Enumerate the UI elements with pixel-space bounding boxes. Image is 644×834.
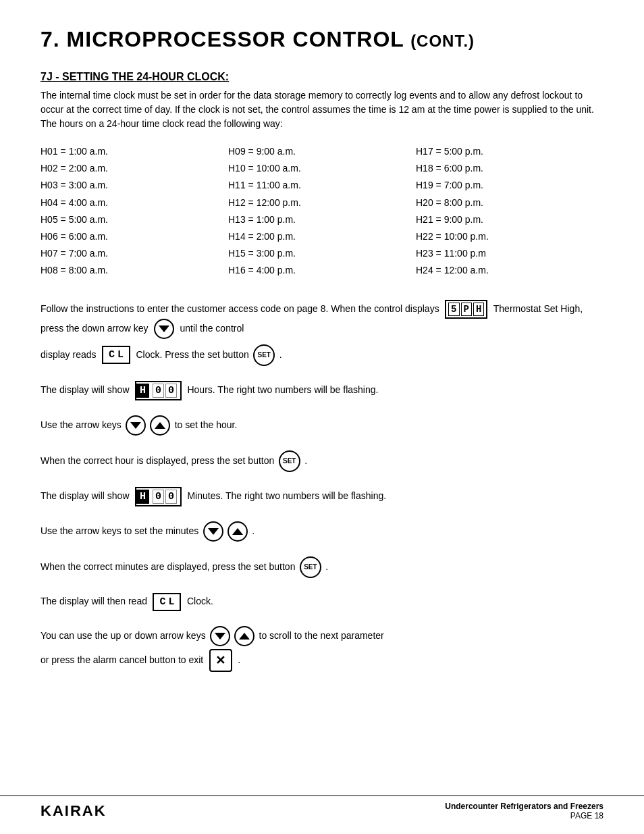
instruction-para-9: The display will then read C L Clock.: [41, 593, 603, 611]
page: 7. MICROPROCESSOR CONTROL (CONT.) 7J - S…: [0, 0, 644, 834]
arrow-down-shape-4: [215, 633, 225, 640]
list-item: H08 = 8:00 a.m.: [41, 262, 228, 279]
instruction-para-1: Follow the instructions to enter the cus…: [41, 300, 603, 339]
list-item: H16 = 4:00 p.m.: [228, 262, 416, 279]
arrow-pair-2: [202, 521, 249, 542]
list-item: H17 = 5:00 p.m.: [416, 143, 603, 160]
arrow-up-shape-1: [155, 422, 165, 429]
list-item: H13 = 1:00 p.m.: [228, 211, 416, 228]
hoo-0-char2: 0: [165, 384, 177, 398]
cl-l-char: L: [117, 349, 124, 361]
down-arrow-icon[interactable]: [154, 319, 174, 339]
list-item: H22 = 10:00 p.m.: [416, 228, 603, 245]
cl2-c-char: C: [159, 596, 165, 608]
para6-before: The display will show: [41, 490, 130, 501]
arrow-pair-3: [209, 626, 256, 646]
arrow-down-shape: [159, 325, 169, 332]
arrow-up-shape-3: [239, 633, 250, 640]
para3-after: Hours. The right two numbers will be fla…: [187, 384, 378, 395]
para1-after: until the control: [180, 323, 244, 334]
sph-s-char: 5: [448, 303, 459, 316]
time-col-2: H09 = 9:00 a.m. H10 = 10:00 a.m. H11 = 1…: [228, 143, 416, 280]
list-item: H06 = 6:00 a.m.: [41, 228, 228, 245]
set-button-label-2: SET: [283, 457, 296, 465]
list-item: H24 = 12:00 a.m.: [416, 262, 603, 279]
instruction-para-6: The display will show H 0 0 Minutes. The…: [41, 487, 603, 506]
para9-after: Clock.: [187, 596, 213, 606]
para4-before: Use the arrow keys: [41, 419, 122, 430]
para10-before: You can use the up or down arrow keys: [41, 630, 206, 641]
para7-after: .: [252, 525, 254, 536]
para8-after: .: [325, 561, 328, 572]
hoo-0-m1: 0: [153, 490, 164, 504]
up-arrow-btn-3[interactable]: [234, 626, 254, 646]
list-item: H19 = 7:00 p.m.: [416, 177, 603, 194]
sph-display: 5 P H: [445, 300, 487, 319]
para4-after: to set the hour.: [175, 419, 238, 430]
instruction-para-11: or press the alarm cancel button to exit…: [41, 649, 603, 672]
footer-page: PAGE 18: [445, 811, 603, 820]
time-col-3: H17 = 5:00 p.m. H18 = 6:00 p.m. H19 = 7:…: [416, 143, 603, 280]
set-button-2[interactable]: SET: [279, 450, 300, 472]
sph-p-char: P: [461, 303, 472, 316]
instruction-para-2: display reads C L Clock. Press the set b…: [41, 344, 603, 366]
page-footer: KAIRAK Undercounter Refrigerators and Fr…: [0, 796, 644, 820]
para11-after: .: [238, 654, 240, 665]
hoo-display-hours: H 0 0: [135, 381, 182, 400]
up-arrow-btn-1[interactable]: [150, 415, 170, 436]
list-item: H05 = 5:00 a.m.: [41, 211, 228, 228]
down-arrow-btn-3[interactable]: [203, 521, 223, 542]
hoo-right-chars: 0 0: [149, 382, 180, 399]
hoo-h-char: H: [136, 384, 149, 398]
para1-before: Follow the instructions to enter the cus…: [41, 303, 439, 314]
x-mark-icon: ✕: [215, 653, 225, 668]
instruction-para-7: Use the arrow keys to set the minutes .: [41, 521, 603, 542]
para3-before: The display will show: [41, 384, 130, 395]
title-cont: (CONT.): [410, 32, 475, 50]
list-item: H09 = 9:00 a.m.: [228, 143, 416, 160]
alarm-cancel-button[interactable]: ✕: [209, 649, 232, 672]
para5-after: .: [304, 455, 307, 466]
list-item: H01 = 1:00 a.m.: [41, 143, 228, 160]
title-text: 7. MICROPROCESSOR CONTROL: [41, 27, 404, 51]
para11-before: or press the alarm cancel button to exit: [41, 654, 203, 665]
instruction-para-5: When the correct hour is displayed, pres…: [41, 450, 603, 472]
para8-before: When the correct minutes are displayed, …: [41, 561, 295, 572]
set-button[interactable]: SET: [253, 344, 275, 366]
arrow-down-shape-3: [208, 528, 219, 535]
set-button-3[interactable]: SET: [300, 556, 321, 578]
brand-logo: KAIRAK: [41, 802, 107, 820]
para2-before: display reads: [41, 349, 97, 360]
cl-display: C L: [102, 346, 130, 364]
para9-before: The display will then read: [41, 596, 147, 606]
list-item: H11 = 11:00 a.m.: [228, 177, 416, 194]
list-item: H10 = 10:00 a.m.: [228, 160, 416, 177]
up-arrow-btn-2[interactable]: [227, 521, 248, 542]
list-item: H15 = 3:00 p.m.: [228, 245, 416, 262]
list-item: H12 = 12:00 p.m.: [228, 194, 416, 211]
arrow-pair-1: [124, 415, 171, 436]
arrow-down-shape-2: [130, 422, 141, 429]
instruction-para-4: Use the arrow keys to set the hour.: [41, 415, 603, 436]
para2-after: Clock. Press the set button: [136, 349, 248, 360]
list-item: H07 = 7:00 a.m.: [41, 245, 228, 262]
para5-before: When the correct hour is displayed, pres…: [41, 455, 274, 466]
arrow-up-shape-2: [232, 528, 243, 535]
section-heading: 7J - SETTING THE 24-HOUR CLOCK:: [41, 71, 603, 83]
down-arrow-btn-4[interactable]: [210, 626, 230, 646]
cl2-l-char: L: [168, 596, 174, 608]
list-item: H02 = 2:00 a.m.: [41, 160, 228, 177]
hoo-0-m2: 0: [165, 490, 177, 504]
list-item: H20 = 8:00 p.m.: [416, 194, 603, 211]
hoo-display-minutes: H 0 0: [135, 487, 182, 506]
hoo-0-char: 0: [153, 384, 164, 398]
footer-subtitle: Undercounter Refrigerators and Freezers: [445, 802, 603, 811]
para10-mid: to scroll to the next parameter: [259, 630, 384, 641]
instruction-para-10: You can use the up or down arrow keys to…: [41, 626, 603, 646]
down-arrow-btn-2[interactable]: [126, 415, 146, 436]
time-table: H01 = 1:00 a.m. H02 = 2:00 a.m. H03 = 3:…: [41, 143, 603, 280]
set-button-label: SET: [257, 351, 270, 359]
list-item: H21 = 9:00 p.m.: [416, 211, 603, 228]
list-item: H03 = 3:00 a.m.: [41, 177, 228, 194]
cl-c-char: C: [109, 349, 115, 361]
